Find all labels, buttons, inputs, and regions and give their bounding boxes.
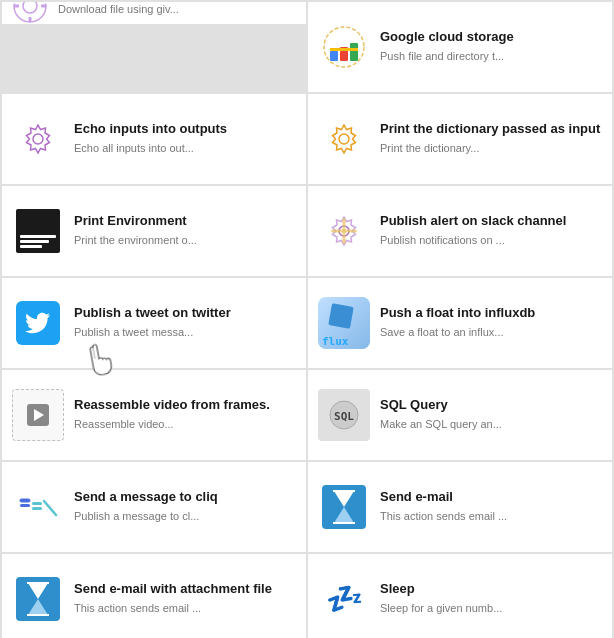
svg-text:flux: flux [322,335,349,348]
list-item[interactable]: Publish a tweet on twitter Publish a twe… [2,278,306,368]
influxdb-icon: flux [318,297,370,349]
svg-marker-31 [28,599,48,615]
card-description: Print the environment o... [74,233,234,248]
list-item[interactable]: Download file using giv... [2,2,306,24]
sleep-icon: 💤 [318,573,370,625]
svg-point-11 [33,134,43,144]
print-environment-icon [12,205,64,257]
svg-rect-5 [41,5,46,8]
svg-rect-24 [20,504,30,507]
card-title: Echo inputs into outputs [74,121,296,138]
gear-icon [318,113,370,165]
svg-rect-3 [29,17,32,22]
list-item[interactable]: flux Push a float into influxdb Save a f… [308,278,612,368]
list-item[interactable]: Send e-mail This action sends email ... [308,462,612,552]
twitter-icon [12,297,64,349]
list-item[interactable]: Print the dictionary passed as input Pri… [308,94,612,184]
card-description: This action sends email ... [74,601,234,616]
list-item[interactable]: SQL SQL Query Make an SQL query an... [308,370,612,460]
card-description: Download file using giv... [58,2,218,17]
card-title: Publish alert on slack channel [380,213,602,230]
svg-marker-27 [334,507,354,523]
svg-text:SQL: SQL [334,410,354,423]
slack-icon [318,205,370,257]
card-description: Push file and directory t... [380,49,540,64]
svg-rect-9 [350,43,358,61]
svg-rect-21 [20,499,30,502]
email-attachment-icon [12,573,64,625]
card-description: Publish a tweet messa... [74,325,234,340]
list-item[interactable]: Google cloud storage Push file and direc… [308,2,612,92]
video-reassemble-icon [12,389,64,441]
card-title: Send a message to cliq [74,489,296,506]
card-title: Publish a tweet on twitter [74,305,296,322]
card-title: Send e-mail with attachment file [74,581,296,598]
list-item[interactable]: Echo inputs into outputs Echo all inputs… [2,94,306,184]
card-title: Google cloud storage [380,29,602,46]
list-item[interactable]: Send e-mail with attachment file This ac… [2,554,306,638]
svg-rect-22 [32,502,42,505]
svg-point-12 [339,134,349,144]
card-description: Print the dictionary... [380,141,540,156]
gcs-icon [318,21,370,73]
card-title: Print the dictionary passed as input [380,121,602,138]
svg-rect-23 [32,507,42,510]
card-grid: Download file using giv... Google cloud … [0,0,614,638]
svg-marker-26 [334,491,354,507]
list-item[interactable]: Print Environment Print the environment … [2,186,306,276]
card-description: Make an SQL query an... [380,417,540,432]
gear-icon [12,113,64,165]
card-description: This action sends email ... [380,509,540,524]
sql-icon: SQL [318,389,370,441]
list-item[interactable]: Send a message to cliq Publish a message… [2,462,306,552]
svg-rect-7 [330,51,338,61]
cliq-icon [12,481,64,533]
card-title: Reassemble video from frames. [74,397,296,414]
svg-marker-30 [28,583,48,599]
list-item[interactable]: Reassemble video from frames. Reassemble… [2,370,306,460]
card-description: Reassemble video... [74,417,234,432]
card-title: Print Environment [74,213,296,230]
svg-rect-4 [14,5,19,8]
card-title: Sleep [380,581,602,598]
svg-rect-10 [330,48,358,51]
card-description: Publish a message to cl... [74,509,234,524]
email-icon [318,481,370,533]
svg-rect-15 [343,218,346,244]
card-title: SQL Query [380,397,602,414]
svg-rect-17 [328,303,353,328]
card-description: Save a float to an influx... [380,325,540,340]
card-description: Publish notifications on ... [380,233,540,248]
card-title: Send e-mail [380,489,602,506]
list-item[interactable]: Publish alert on slack channel Publish n… [308,186,612,276]
gear-icon [12,2,48,24]
card-description: Sleep for a given numb... [380,601,540,616]
card-title: Push a float into influxdb [380,305,602,322]
card-description: Echo all inputs into out... [74,141,234,156]
svg-line-25 [44,501,56,515]
svg-point-1 [23,2,37,13]
list-item[interactable]: 💤 Sleep Sleep for a given numb... [308,554,612,638]
